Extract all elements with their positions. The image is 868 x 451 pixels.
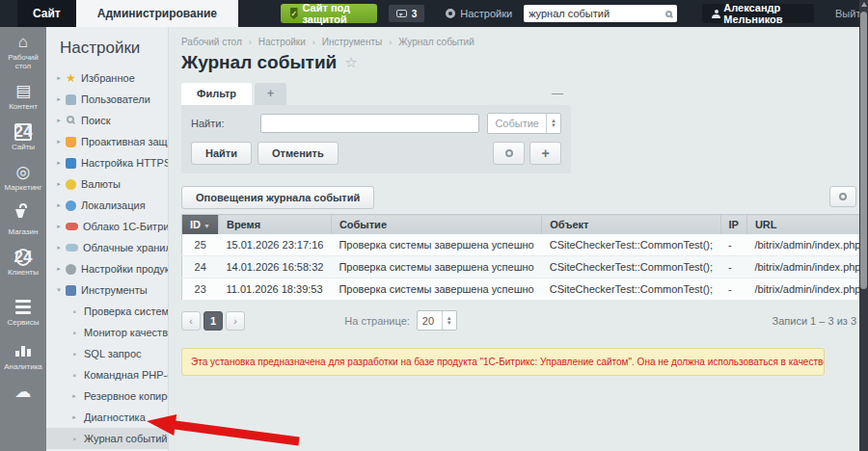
table-row[interactable]: 2515.01.2026 23:17:16Проверка системы за… bbox=[182, 234, 860, 256]
rail-item-Аналитика[interactable]: Аналитика bbox=[0, 332, 46, 377]
scrollbar-thumb[interactable] bbox=[860, 12, 867, 289]
settings-menu[interactable]: Настройки bbox=[446, 8, 512, 19]
star-icon: ★ bbox=[66, 73, 76, 84]
rail-item-Контент[interactable]: ▤Контент bbox=[0, 76, 46, 117]
collapsed-marker-icon: ▸ bbox=[54, 244, 64, 252]
settings-label: Настройки bbox=[460, 8, 512, 19]
filter-add-tab[interactable]: + bbox=[255, 83, 286, 105]
sidebar-item-SQL запрос[interactable]: ■SQL запрос bbox=[46, 343, 168, 364]
sidebar-item-Резервное копирование[interactable]: ▸Резервное копирование bbox=[46, 385, 168, 407]
rail-item-cloud[interactable]: ☁ bbox=[0, 377, 46, 409]
rail-item-Маркетинг[interactable]: ◎Маркетинг bbox=[0, 157, 46, 198]
search-icon[interactable] bbox=[665, 11, 672, 17]
sidebar-item-Журнал событий[interactable]: ■Журнал событий bbox=[46, 428, 168, 449]
column-header-Время[interactable]: Время bbox=[218, 215, 331, 235]
global-search-input[interactable] bbox=[529, 8, 665, 19]
prev-page-button[interactable]: ‹ bbox=[181, 311, 201, 331]
filter-tab[interactable]: Фильтр bbox=[181, 83, 252, 105]
breadcrumb-link[interactable]: Настройки bbox=[258, 37, 306, 47]
favorite-star-icon[interactable]: ☆ bbox=[344, 54, 357, 71]
sidebar-item-Поиск[interactable]: ▸Поиск bbox=[46, 110, 168, 131]
breadcrumb-link[interactable]: Рабочий стол bbox=[181, 37, 242, 47]
rail-item-Сервисы[interactable]: Сервисы bbox=[0, 282, 46, 332]
sidebar-item-label: Инструменты bbox=[81, 284, 148, 296]
column-header-IP[interactable]: IP bbox=[720, 215, 746, 235]
table-cell: Проверка системы завершена успешно bbox=[331, 256, 541, 279]
admin-tab[interactable]: Администрирование bbox=[76, 0, 238, 27]
table-row[interactable]: 2311.01.2026 18:39:53Проверка системы за… bbox=[182, 279, 860, 301]
gear-icon bbox=[66, 264, 76, 275]
table-cell: 15.01.2026 23:17:16 bbox=[218, 234, 331, 256]
site-protected-badge[interactable]: ✓ Сайт под защитой bbox=[281, 4, 377, 23]
event-type-select[interactable]: Событие ▲▼ bbox=[487, 113, 561, 134]
column-header-URL[interactable]: URL bbox=[746, 215, 859, 235]
breadcrumb-separator: › bbox=[312, 38, 315, 47]
rail-item-Сайты[interactable]: 24Сайты bbox=[0, 117, 46, 157]
currency-icon bbox=[66, 179, 76, 190]
collapsed-marker-icon: ▸ bbox=[54, 201, 64, 209]
rail-item-Клиенты[interactable]: 24Клиенты bbox=[0, 242, 46, 282]
rail-item-label: Маркетинг bbox=[0, 183, 46, 192]
site-tab[interactable]: Сайт bbox=[17, 0, 76, 27]
sidebar-item-label: Избранное bbox=[81, 72, 135, 84]
scroll-up-icon[interactable] bbox=[861, 2, 867, 7]
sidebar-item-Инструменты[interactable]: ▾Инструменты bbox=[46, 279, 168, 301]
spinner-arrows-icon: ▲▼ bbox=[546, 114, 560, 133]
alerts-button[interactable]: Оповещения журнала событий bbox=[181, 186, 374, 209]
sidebar-item-Облачные хранилища[interactable]: ▸Облачные хранилища bbox=[46, 237, 168, 258]
find-button[interactable]: Найти bbox=[191, 142, 252, 165]
table-settings-button[interactable] bbox=[829, 186, 856, 207]
current-page-button[interactable]: 1 bbox=[203, 311, 223, 331]
sidebar-item-Командная PHP-строка[interactable]: ■Командная PHP-строка bbox=[46, 364, 168, 385]
rail-item-Магазин[interactable]: Магазин bbox=[0, 198, 46, 242]
column-header-Объект[interactable]: Объект bbox=[542, 215, 720, 235]
cancel-button[interactable]: Отменить bbox=[258, 142, 339, 165]
find-input[interactable] bbox=[260, 114, 479, 133]
breadcrumb-link[interactable]: Инструменты bbox=[322, 37, 382, 47]
main-content: Рабочий стол›Настройки›Инструменты›Журна… bbox=[169, 27, 859, 451]
filter-minimize-button[interactable]: — bbox=[552, 87, 563, 100]
sidebar-item-Проверка системы[interactable]: ■Проверка системы bbox=[46, 301, 168, 322]
breadcrumb-link[interactable]: Журнал событий bbox=[398, 37, 475, 47]
sidebar-item-Настройка HTTPS[interactable]: ▸Настройка HTTPS bbox=[46, 152, 168, 173]
sidebar-item-Избранное[interactable]: ▸★Избранное bbox=[46, 67, 168, 89]
sidebar-item-Диагностика[interactable]: ▸Диагностика bbox=[46, 407, 168, 428]
sidebar-item-Монитор качества[interactable]: ■Монитор качества bbox=[46, 322, 168, 343]
cloud-red-icon bbox=[66, 223, 78, 230]
sidebar-item-Облако 1С-Битрикс[interactable]: ▸Облако 1С-Битрикс bbox=[46, 216, 168, 237]
notifications-badge[interactable]: 3 bbox=[389, 5, 425, 22]
page-title: Журнал событий bbox=[181, 52, 337, 73]
menu-list: ▸★Избранное▸Пользователи▸Поиск▸Проактивн… bbox=[46, 67, 168, 451]
filter-panel: Фильтр + — Найти: Событие ▲▼ Найти Отмен… bbox=[181, 83, 571, 173]
table-cell: 25 bbox=[182, 234, 219, 256]
table-row[interactable]: 2414.01.2026 16:58:32Проверка системы за… bbox=[182, 256, 860, 279]
sidebar-item-label: Командная PHP-строка bbox=[84, 369, 169, 381]
sidebar-item-label: Облако 1С-Битрикс bbox=[83, 221, 169, 232]
per-page-select[interactable]: 20 ▲▼ bbox=[417, 310, 457, 331]
sidebar-item-Пользователи[interactable]: ▸Пользователи bbox=[46, 89, 168, 110]
column-header-Событие[interactable]: Событие bbox=[331, 215, 541, 235]
filter-add-field-button[interactable]: + bbox=[529, 142, 561, 165]
scrollbar[interactable] bbox=[859, 0, 868, 451]
target-icon: ◎ bbox=[16, 164, 31, 181]
sort-desc-icon[interactable]: ▼ bbox=[203, 223, 210, 229]
sidebar-item-Настройки продукта[interactable]: ▸Настройки продукта bbox=[46, 258, 168, 279]
sidebar-item-Валюты[interactable]: ▸Валюты bbox=[46, 173, 168, 195]
table-cell: /bitrix/admin/index.php bbox=[746, 234, 859, 256]
table-cell: - bbox=[720, 256, 746, 279]
filter-settings-button[interactable] bbox=[493, 142, 525, 165]
user-menu[interactable]: Александр Мельников bbox=[702, 4, 814, 23]
tools-icon bbox=[66, 285, 76, 296]
rail-item-Рабочий стол[interactable]: ⌂Рабочий стол bbox=[0, 27, 46, 76]
sidebar-item-Локализация[interactable]: ▸Локализация bbox=[46, 195, 168, 216]
per-page-label: На странице: bbox=[344, 315, 409, 327]
table-cell: Проверка системы завершена успешно bbox=[331, 279, 541, 301]
column-header-ID[interactable]: ID▼ bbox=[182, 215, 219, 235]
table-cell: 23 bbox=[182, 279, 219, 301]
sidebar-item-Проактивная защита[interactable]: ▸Проактивная защита bbox=[46, 131, 168, 152]
topbar: Сайт Администрирование ✓ Сайт под защито… bbox=[0, 0, 868, 27]
table-cell: Проверка системы завершена успешно bbox=[331, 234, 541, 256]
leaf-marker-icon: ■ bbox=[69, 308, 79, 314]
next-page-button[interactable]: › bbox=[226, 311, 245, 331]
collapsed-marker-icon: ▸ bbox=[54, 117, 64, 124]
